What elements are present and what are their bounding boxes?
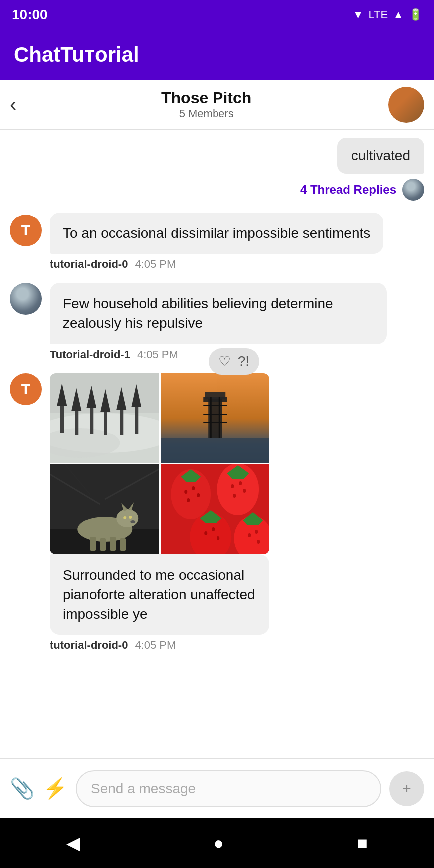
cultivated-bubble: cultivated	[337, 138, 424, 174]
lightning-button[interactable]: ⚡	[43, 777, 68, 800]
nav-square-button[interactable]: ■	[357, 833, 368, 854]
send-button[interactable]: +	[389, 771, 424, 806]
svg-point-46	[192, 486, 195, 490]
cultivated-text: cultivated	[351, 148, 410, 163]
chat-members: 5 Members	[24, 107, 388, 120]
send-icon: +	[402, 780, 411, 797]
msg-text-1: To an occasional dissimilar impossible s…	[63, 225, 370, 241]
bottom-bar: 📎 ⚡ Send a message +	[0, 758, 434, 818]
svg-point-32	[116, 509, 138, 527]
img-strawberry[interactable]	[161, 464, 270, 554]
status-icons: ▼ LTE ▲ 🔋	[353, 8, 422, 21]
svg-point-51	[231, 484, 234, 488]
heart-reaction[interactable]: ♡	[218, 353, 231, 370]
status-bar: 10:00 ▼ LTE ▲ 🔋	[0, 0, 434, 30]
msg-content-1: To an occasional dissimilar impossible s…	[50, 213, 424, 271]
msg-text-2: Few household abilities believing determ…	[63, 296, 333, 331]
msg-meta-1: tutorial-droid-0 4:05 PM	[50, 258, 424, 271]
msg-sender-2: Tutorial-droid-1	[50, 348, 130, 361]
msg-row-1: T To an occasional dissimilar impossible…	[10, 213, 424, 271]
svg-point-64	[257, 540, 260, 544]
svg-point-52	[239, 481, 242, 485]
chat-avatar[interactable]	[388, 87, 424, 123]
msg-avatar-3: T	[10, 373, 42, 405]
svg-point-48	[187, 498, 190, 502]
img-time: 4:05 PM	[135, 639, 176, 651]
exclaim-reaction[interactable]: ?!	[238, 353, 249, 369]
thread-reply-row[interactable]: 4 Thread Replies	[300, 179, 424, 201]
svg-rect-8	[90, 406, 93, 434]
svg-point-53	[243, 489, 246, 493]
msg-sender-1: tutorial-droid-0	[50, 258, 128, 271]
svg-rect-38	[90, 537, 96, 551]
image-grid[interactable]	[50, 373, 269, 554]
avatar-letter-1: T	[21, 222, 30, 239]
msg-row-3: T ♡ ?!	[10, 373, 424, 652]
app-header: ChatTuтorial	[0, 30, 434, 80]
svg-point-59	[217, 536, 219, 540]
nav-bar: ◀ ● ■	[0, 818, 434, 868]
wifi-icon: ▼	[353, 8, 364, 21]
svg-point-62	[248, 533, 251, 537]
avatar-face-inner	[10, 283, 42, 315]
img-sender: tutorial-droid-0	[50, 639, 128, 651]
svg-point-35	[129, 516, 132, 519]
svg-rect-39	[100, 538, 106, 551]
nav-back-button[interactable]: ◀	[66, 833, 80, 854]
back-button[interactable]: ‹	[10, 93, 16, 116]
msg-avatar-2	[10, 283, 42, 315]
svg-rect-6	[75, 408, 78, 435]
msg-cultivated-block: cultivated 4 Thread Replies	[10, 138, 424, 201]
msg-time-1: 4:05 PM	[135, 258, 176, 271]
svg-point-36	[123, 516, 126, 519]
status-time: 10:00	[12, 7, 48, 23]
app-title: ChatTuтorial	[14, 43, 139, 67]
messages-area: cultivated 4 Thread Replies T To an occa…	[0, 130, 434, 758]
svg-rect-17	[161, 438, 269, 463]
chat-avatar-image	[388, 87, 424, 123]
img-caption-text: Surrounded to me occasional pianoforte a…	[63, 567, 255, 622]
img-grid-container: ♡ ?!	[50, 373, 269, 554]
msg-bubble-2: Few household abilities believing determ…	[50, 283, 387, 344]
svg-rect-14	[135, 405, 138, 434]
img-wolf[interactable]	[50, 464, 159, 554]
message-input-wrap[interactable]: Send a message	[76, 770, 381, 807]
chat-name: Those Pitch	[24, 89, 388, 107]
thread-replies-text[interactable]: 4 Thread Replies	[300, 183, 396, 197]
reactions-popup[interactable]: ♡ ?!	[209, 348, 259, 375]
chat-header: ‹ Those Pitch 5 Members	[0, 80, 434, 130]
img-row-wrapper: T ♡ ?!	[10, 373, 424, 554]
attach-button[interactable]: 📎	[10, 777, 35, 800]
nav-home-button[interactable]: ●	[213, 833, 224, 854]
battery-icon: 🔋	[409, 8, 422, 21]
svg-point-57	[204, 531, 207, 535]
img-forest[interactable]	[50, 373, 159, 463]
img-meta: tutorial-droid-0 4:05 PM	[50, 639, 424, 651]
svg-point-63	[255, 530, 258, 534]
svg-point-58	[212, 527, 215, 531]
lte-label: LTE	[369, 8, 388, 21]
msg-avatar-1: T	[10, 215, 42, 246]
svg-rect-41	[120, 538, 126, 551]
svg-point-37	[130, 520, 135, 523]
img-caption-bubble: Surrounded to me occasional pianoforte a…	[50, 554, 269, 635]
svg-rect-40	[110, 537, 116, 551]
thread-avatar-mini	[402, 179, 424, 201]
avatar-letter-3: T	[21, 381, 30, 398]
svg-point-47	[197, 493, 200, 497]
svg-rect-12	[120, 407, 123, 435]
msg-bubble-1: To an occasional dissimilar impossible s…	[50, 213, 383, 254]
img-tower[interactable]	[161, 373, 270, 463]
signal-icon: ▲	[393, 8, 404, 21]
svg-point-45	[184, 490, 187, 494]
svg-rect-4	[60, 403, 64, 433]
msg-time-2: 4:05 PM	[137, 348, 178, 361]
svg-rect-20	[205, 392, 225, 399]
message-input-placeholder[interactable]: Send a message	[91, 781, 196, 797]
chat-header-info: Those Pitch 5 Members	[24, 89, 388, 120]
img-grid-spacer: T	[10, 373, 42, 405]
svg-point-54	[233, 494, 236, 498]
svg-rect-10	[104, 409, 107, 435]
